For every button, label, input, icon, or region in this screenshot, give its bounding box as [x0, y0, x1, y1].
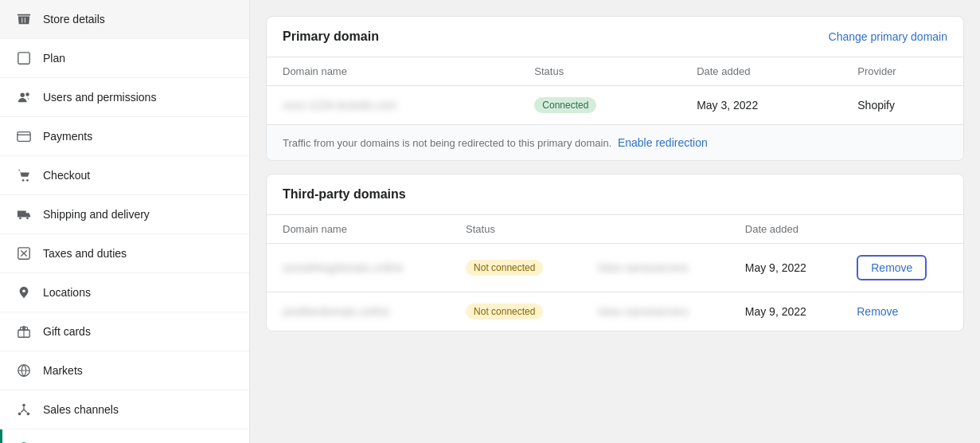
primary-domain-table: Domain name Status Date added Provider x…: [267, 57, 963, 124]
svg-point-1: [21, 93, 25, 97]
tp-extra-blurred-0: View nameservers: [597, 261, 689, 274]
redirect-notice-text: Traffic from your domains is not being r…: [283, 137, 611, 149]
sidebar-item-locations[interactable]: Locations: [0, 273, 249, 312]
change-primary-domain-link[interactable]: Change primary domain: [829, 30, 947, 43]
tp-date-1: May 9, 2022: [729, 292, 841, 331]
main-content: Primary domain Change primary domain Dom…: [250, 0, 980, 443]
sidebar-item-locations-label: Locations: [43, 286, 91, 299]
svg-point-6: [19, 218, 21, 220]
svg-point-15: [27, 413, 30, 416]
primary-domain-provider: Shopify: [841, 86, 963, 125]
sales-channels-icon: [16, 402, 32, 418]
sidebar-item-shipping-and-delivery[interactable]: Shipping and delivery: [0, 195, 249, 234]
col-date-added: Date added: [681, 57, 841, 86]
markets-icon: [16, 363, 32, 378]
sidebar-item-checkout-label: Checkout: [43, 169, 90, 182]
svg-point-5: [26, 179, 29, 182]
primary-domain-card: Primary domain Change primary domain Dom…: [266, 16, 964, 161]
sidebar-item-sales-channels-label: Sales channels: [43, 403, 119, 416]
gift-icon: [16, 323, 32, 339]
sidebar-item-plan[interactable]: Plan: [0, 39, 249, 78]
store-icon: [16, 11, 32, 27]
sidebar-item-domains[interactable]: Domains: [0, 429, 249, 443]
svg-point-4: [22, 179, 25, 182]
primary-domain-row: xxxx-1234-testsite.com Connected May 3, …: [267, 86, 963, 125]
sidebar-item-shipping-label: Shipping and delivery: [43, 208, 150, 221]
svg-point-7: [26, 218, 29, 220]
tp-col-action: [841, 215, 963, 244]
sidebar-item-payments-label: Payments: [43, 130, 92, 143]
tp-action-1: Remove: [841, 292, 963, 331]
third-party-domains-card: Third-party domains Domain name Status D…: [266, 174, 964, 331]
col-status: Status: [518, 57, 681, 86]
sidebar-item-markets-label: Markets: [43, 364, 83, 377]
primary-domain-title: Primary domain: [283, 29, 379, 44]
tp-domain-1: anotherdomain.online: [267, 292, 450, 331]
enable-redirection-link[interactable]: Enable redirection: [618, 136, 708, 149]
tp-remove-button-1[interactable]: Remove: [857, 305, 898, 318]
users-icon: [16, 89, 32, 105]
tp-date-0: May 9, 2022: [729, 244, 841, 292]
sidebar-item-sales-channels[interactable]: Sales channels: [0, 390, 249, 429]
svg-rect-11: [21, 327, 28, 331]
tp-status-0: Not connected: [450, 244, 581, 292]
sidebar-item-plan-label: Plan: [43, 52, 65, 65]
taxes-icon: [16, 245, 32, 261]
sidebar-item-gift-cards[interactable]: Gift cards: [0, 312, 249, 351]
sidebar-item-checkout[interactable]: Checkout: [0, 156, 249, 195]
sidebar-item-taxes-label: Taxes and duties: [43, 247, 127, 260]
sidebar-item-store-details-label: Store details: [43, 13, 105, 25]
sidebar-item-markets[interactable]: Markets: [0, 351, 249, 390]
locations-icon: [16, 284, 32, 300]
col-domain-name: Domain name: [267, 57, 518, 86]
tp-col-extra: [581, 215, 729, 244]
sidebar-item-gift-cards-label: Gift cards: [43, 325, 91, 338]
third-party-header: Third-party domains: [267, 174, 963, 214]
svg-rect-3: [18, 132, 30, 142]
svg-point-14: [18, 413, 21, 416]
third-party-table: Domain name Status Date added somethingd…: [267, 214, 963, 331]
tp-domain-0: somethingdomain.online: [267, 244, 450, 292]
sidebar: Store details Plan Users and permissions…: [0, 0, 250, 443]
tp-col-status: Status: [450, 215, 581, 244]
primary-domain-status: Connected: [518, 86, 681, 125]
tp-action-0: Remove: [841, 244, 963, 292]
svg-point-9: [22, 289, 25, 292]
tp-remove-button-0[interactable]: Remove: [857, 255, 927, 280]
tp-extra-blurred-1: View nameservers: [597, 305, 689, 318]
tp-domain-blurred-1: anotherdomain.online: [283, 305, 390, 318]
tp-extra-1: View nameservers: [581, 292, 729, 331]
svg-point-2: [25, 92, 29, 96]
redirect-notice: Traffic from your domains is not being r…: [267, 124, 963, 160]
sidebar-item-users-and-permissions[interactable]: Users and permissions: [0, 78, 249, 117]
sidebar-item-taxes-and-duties[interactable]: Taxes and duties: [0, 234, 249, 273]
sidebar-item-users-permissions-label: Users and permissions: [43, 91, 156, 104]
payments-icon: [16, 128, 32, 144]
checkout-icon: [16, 167, 32, 183]
col-provider: Provider: [841, 57, 963, 86]
connected-badge: Connected: [534, 97, 596, 113]
primary-domain-blurred-name: xxxx-1234-testsite.com: [283, 99, 396, 112]
third-party-title: Third-party domains: [283, 187, 406, 202]
table-row: somethingdomain.onlineNot connectedView …: [267, 244, 963, 292]
tp-col-date: Date added: [729, 215, 841, 244]
table-row: anotherdomain.onlineNot connectedView na…: [267, 292, 963, 331]
tp-status-badge-1: Not connected: [466, 304, 543, 320]
svg-point-13: [22, 404, 25, 407]
sidebar-item-payments[interactable]: Payments: [0, 117, 249, 156]
primary-domain-date: May 3, 2022: [681, 86, 841, 125]
tp-status-1: Not connected: [450, 292, 581, 331]
primary-domain-header: Primary domain Change primary domain: [267, 17, 963, 57]
tp-domain-blurred-0: somethingdomain.online: [283, 261, 404, 274]
tp-col-domain: Domain name: [267, 215, 450, 244]
sidebar-item-store-details[interactable]: Store details: [0, 0, 249, 39]
primary-domain-name: xxxx-1234-testsite.com: [267, 86, 518, 125]
shipping-icon: [16, 206, 32, 222]
tp-status-badge-0: Not connected: [466, 260, 543, 276]
tp-extra-0: View nameservers: [581, 244, 729, 292]
svg-rect-0: [18, 53, 29, 64]
plan-icon: [16, 50, 32, 66]
